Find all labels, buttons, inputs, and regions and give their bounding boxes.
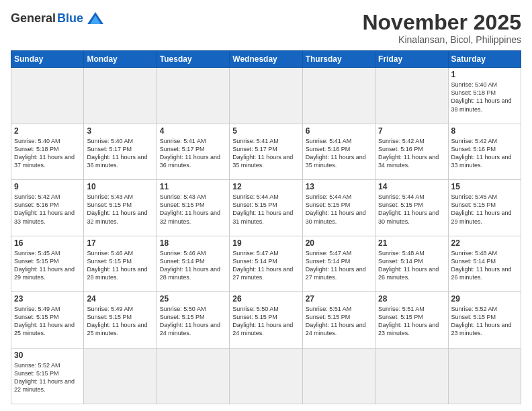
table-row [302,68,375,124]
day-info: Sunrise: 5:48 AMSunset: 5:14 PMDaylight:… [451,249,518,282]
col-sunday: Sunday [11,51,84,68]
header-row: Sunday Monday Tuesday Wednesday Thursday… [11,51,521,68]
day-number: 23 [14,294,81,304]
day-info: Sunrise: 5:50 AMSunset: 5:15 PMDaylight:… [232,305,299,338]
day-number: 28 [378,294,445,304]
day-number: 3 [87,126,153,136]
month-title: November 2025 [362,11,521,34]
logo-area: General Blue [11,11,105,26]
day-number: 22 [451,238,518,248]
day-number: 8 [451,126,518,136]
table-row: 12Sunrise: 5:44 AMSunset: 5:15 PMDayligh… [230,180,302,236]
table-row: 3Sunrise: 5:40 AMSunset: 5:17 PMDaylight… [84,124,157,179]
day-number: 4 [160,126,226,136]
location: Kinalansan, Bicol, Philippines [362,34,521,45]
day-info: Sunrise: 5:44 AMSunset: 5:15 PMDaylight:… [378,193,445,226]
day-number: 6 [306,126,372,136]
day-info: Sunrise: 5:40 AMSunset: 5:18 PMDaylight:… [451,81,518,113]
table-row [11,68,84,124]
day-info: Sunrise: 5:49 AMSunset: 5:15 PMDaylight:… [14,305,81,338]
day-number: 17 [87,238,153,248]
day-info: Sunrise: 5:47 AMSunset: 5:14 PMDaylight:… [232,249,299,282]
table-row: 11Sunrise: 5:43 AMSunset: 5:15 PMDayligh… [157,180,229,236]
table-row: 24Sunrise: 5:49 AMSunset: 5:15 PMDayligh… [84,292,157,348]
calendar-header: Sunday Monday Tuesday Wednesday Thursday… [11,51,521,68]
day-number: 13 [306,182,372,191]
day-number: 1 [451,70,518,79]
day-info: Sunrise: 5:41 AMSunset: 5:16 PMDaylight:… [306,137,372,170]
table-row: 23Sunrise: 5:49 AMSunset: 5:15 PMDayligh… [11,292,84,348]
day-number: 18 [160,238,226,248]
table-row: 20Sunrise: 5:47 AMSunset: 5:14 PMDayligh… [302,236,375,291]
day-info: Sunrise: 5:40 AMSunset: 5:17 PMDaylight:… [87,137,153,170]
table-row: 26Sunrise: 5:50 AMSunset: 5:15 PMDayligh… [230,292,302,348]
logo-blue-text: Blue [57,11,83,26]
table-row: 14Sunrise: 5:44 AMSunset: 5:15 PMDayligh… [375,180,448,236]
table-row: 2Sunrise: 5:40 AMSunset: 5:18 PMDaylight… [11,124,84,179]
day-info: Sunrise: 5:45 AMSunset: 5:15 PMDaylight:… [14,249,81,282]
day-number: 14 [378,182,445,191]
day-info: Sunrise: 5:46 AMSunset: 5:14 PMDaylight:… [160,249,226,282]
col-saturday: Saturday [448,51,521,68]
page: General Blue November 2025 Kinalansan, B… [0,0,532,411]
day-number: 12 [232,182,299,191]
table-row [448,348,521,404]
table-row: 9Sunrise: 5:42 AMSunset: 5:16 PMDaylight… [11,180,84,236]
table-row [157,348,229,404]
logo-icon [86,11,105,26]
table-row: 8Sunrise: 5:42 AMSunset: 5:16 PMDaylight… [448,124,521,179]
day-info: Sunrise: 5:43 AMSunset: 5:15 PMDaylight:… [87,193,153,226]
day-number: 15 [451,182,518,191]
day-number: 26 [232,294,299,304]
col-wednesday: Wednesday [230,51,302,68]
day-info: Sunrise: 5:46 AMSunset: 5:15 PMDaylight:… [87,249,153,282]
day-info: Sunrise: 5:42 AMSunset: 5:16 PMDaylight:… [378,137,445,170]
table-row: 19Sunrise: 5:47 AMSunset: 5:14 PMDayligh… [230,236,302,291]
title-area: November 2025 Kinalansan, Bicol, Philipp… [362,11,521,45]
day-info: Sunrise: 5:52 AMSunset: 5:15 PMDaylight:… [451,305,518,338]
calendar-row: 9Sunrise: 5:42 AMSunset: 5:16 PMDaylight… [11,180,521,236]
table-row: 10Sunrise: 5:43 AMSunset: 5:15 PMDayligh… [84,180,157,236]
table-row: 25Sunrise: 5:50 AMSunset: 5:15 PMDayligh… [157,292,229,348]
table-row [230,68,302,124]
day-info: Sunrise: 5:41 AMSunset: 5:17 PMDaylight:… [232,137,299,170]
logo: General Blue [11,11,105,26]
day-info: Sunrise: 5:44 AMSunset: 5:15 PMDaylight:… [306,193,372,226]
table-row: 28Sunrise: 5:51 AMSunset: 5:15 PMDayligh… [375,292,448,348]
day-info: Sunrise: 5:41 AMSunset: 5:17 PMDaylight:… [160,137,226,170]
table-row: 16Sunrise: 5:45 AMSunset: 5:15 PMDayligh… [11,236,84,291]
day-number: 24 [87,294,153,304]
calendar: Sunday Monday Tuesday Wednesday Thursday… [11,50,521,404]
day-info: Sunrise: 5:45 AMSunset: 5:15 PMDaylight:… [451,193,518,226]
table-row: 4Sunrise: 5:41 AMSunset: 5:17 PMDaylight… [157,124,229,179]
day-number: 10 [87,182,153,191]
day-number: 19 [232,238,299,248]
table-row: 30Sunrise: 5:52 AMSunset: 5:15 PMDayligh… [11,348,84,404]
table-row: 27Sunrise: 5:51 AMSunset: 5:15 PMDayligh… [302,292,375,348]
table-row: 5Sunrise: 5:41 AMSunset: 5:17 PMDaylight… [230,124,302,179]
day-number: 2 [14,126,81,136]
day-info: Sunrise: 5:50 AMSunset: 5:15 PMDaylight:… [160,305,226,338]
calendar-row: 2Sunrise: 5:40 AMSunset: 5:18 PMDaylight… [11,124,521,179]
day-number: 5 [232,126,299,136]
day-number: 21 [378,238,445,248]
day-info: Sunrise: 5:43 AMSunset: 5:15 PMDaylight:… [160,193,226,226]
day-number: 30 [14,351,81,360]
logo-general-text: General [11,11,56,26]
day-number: 20 [306,238,372,248]
table-row: 21Sunrise: 5:48 AMSunset: 5:14 PMDayligh… [375,236,448,291]
table-row: 13Sunrise: 5:44 AMSunset: 5:15 PMDayligh… [302,180,375,236]
table-row [84,348,157,404]
table-row: 7Sunrise: 5:42 AMSunset: 5:16 PMDaylight… [375,124,448,179]
day-info: Sunrise: 5:51 AMSunset: 5:15 PMDaylight:… [306,305,372,338]
table-row [157,68,229,124]
day-info: Sunrise: 5:51 AMSunset: 5:15 PMDaylight:… [378,305,445,338]
col-tuesday: Tuesday [157,51,229,68]
day-info: Sunrise: 5:44 AMSunset: 5:15 PMDaylight:… [232,193,299,226]
calendar-row: 16Sunrise: 5:45 AMSunset: 5:15 PMDayligh… [11,236,521,291]
day-number: 27 [306,294,372,304]
day-info: Sunrise: 5:49 AMSunset: 5:15 PMDaylight:… [87,305,153,338]
calendar-row: 30Sunrise: 5:52 AMSunset: 5:15 PMDayligh… [11,348,521,404]
table-row: 22Sunrise: 5:48 AMSunset: 5:14 PMDayligh… [448,236,521,291]
table-row: 15Sunrise: 5:45 AMSunset: 5:15 PMDayligh… [448,180,521,236]
